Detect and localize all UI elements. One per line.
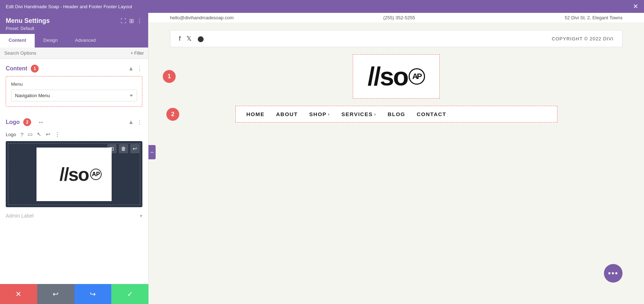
tab-design[interactable]: Design [35, 34, 66, 48]
title-bar: Edit Divi Handmade Soap - Header and Foo… [0, 0, 644, 13]
canvas-logo-slash-text: //so [367, 62, 408, 91]
nav-item-contact[interactable]: CONTACT [417, 111, 447, 117]
canvas-logo-box: //so AP [353, 54, 439, 99]
nav-item-shop[interactable]: SHOP › [309, 111, 330, 117]
logo-edit-icon[interactable]: ⊡ [107, 144, 117, 153]
redo-icon: ↪ [90, 290, 96, 298]
expand-icon[interactable]: ↔ [38, 119, 44, 126]
admin-label-row: Admin Label ▾ [0, 207, 148, 224]
save-button[interactable]: ✓ [111, 284, 148, 304]
admin-label-chevron[interactable]: ▾ [140, 213, 142, 219]
filter-button[interactable]: + Filter [131, 51, 144, 56]
logo-image-box: //so AP ⊡ 🗑 ↩ [6, 141, 142, 207]
logo-svg-text: //so [59, 164, 89, 185]
layout-icon[interactable]: ⊞ [129, 18, 134, 24]
close-button[interactable]: ✕ [633, 3, 638, 10]
panel-body: Content 1 ▲ ⋮ Menu Navigation Menu Prima… [0, 59, 148, 304]
menu-label: Menu [11, 81, 137, 87]
content-more-icon[interactable]: ⋮ [137, 65, 142, 72]
instagram-icon[interactable]: ⬤ [197, 35, 204, 42]
chevron-up-icon[interactable]: ▲ [128, 65, 134, 72]
panel-header: Menu Settings ⛶ ⊞ ⋮ Preset: Default [0, 13, 148, 34]
services-chevron: › [374, 112, 376, 117]
twitter-icon[interactable]: 𝕏 [186, 35, 192, 43]
canvas-logo-ap: AP [409, 68, 425, 85]
help-icon[interactable]: ? [20, 131, 23, 138]
select-icon[interactable]: ↖ [37, 131, 42, 138]
logo-image-inner: //so AP [36, 148, 112, 201]
canvas-nav-box: HOME ABOUT SHOP › SERVICES › BLOG CONTAC… [235, 106, 557, 123]
reset-icon[interactable]: ↩ [46, 131, 50, 138]
social-icons: f 𝕏 ⬤ [179, 35, 204, 43]
logo-controls-row: Logo ? ▭ ↖ ↩ ⋮ [0, 130, 148, 141]
content-section-icons: ▲ ⋮ [128, 65, 142, 72]
menu-select[interactable]: Navigation Menu Primary Menu Footer Menu [11, 90, 137, 101]
address-text: 52 Divi St. 2, Elegant Towns [565, 15, 623, 20]
logo-undo-icon[interactable]: ↩ [130, 144, 140, 153]
nav-area-badge: 2 [166, 108, 179, 121]
panel-header-icons: ⛶ ⊞ ⋮ [121, 18, 142, 24]
shop-chevron: › [328, 112, 330, 117]
logo-ap-badge: AP [90, 169, 102, 180]
nav-item-services[interactable]: SERVICES › [341, 111, 376, 117]
footer-social-bar: f 𝕏 ⬤ COPYRIGHT © 2022 DIVI [170, 30, 623, 47]
panel-title: Menu Settings [6, 17, 50, 25]
admin-label-text: Admin Label [6, 213, 34, 219]
tab-content[interactable]: Content [0, 34, 35, 48]
content-section-header: Content 1 ▲ ⋮ [0, 59, 148, 76]
more-icon[interactable]: ⋮ [137, 18, 142, 24]
content-title-row: Content 1 [6, 65, 39, 73]
mobile-icon[interactable]: ▭ [28, 131, 33, 138]
main-layout: Menu Settings ⛶ ⊞ ⋮ Preset: Default Cont… [0, 13, 644, 304]
content-section-title: Content [6, 65, 27, 72]
logo-title-row: Logo 2 ↔ [6, 118, 44, 126]
redo-button[interactable]: ↪ [74, 284, 112, 304]
undo-icon: ↩ [53, 290, 59, 298]
contact-bar: hello@divihandmadesoap.com (255) 352-525… [148, 13, 644, 23]
copyright-text: COPYRIGHT © 2022 DIVI [552, 36, 614, 41]
logo-badge: 2 [23, 118, 31, 126]
search-bar: + Filter [0, 48, 148, 59]
nav-item-home[interactable]: HOME [247, 111, 265, 117]
logo-section-title: Logo [6, 119, 20, 125]
logo-section-icons: ▲ ⋮ [128, 119, 142, 126]
tabs-row: Content Design Advanced [0, 34, 148, 48]
panel-title-row: Menu Settings ⛶ ⊞ ⋮ [6, 17, 142, 25]
search-input[interactable] [4, 50, 128, 56]
phone-text: (255) 352-5255 [383, 15, 415, 20]
canvas-logo-text: //so AP [367, 62, 425, 91]
tab-advanced[interactable]: Advanced [67, 34, 104, 48]
logo-ctrl-more-icon[interactable]: ⋮ [55, 131, 60, 138]
logo-ctrl-label: Logo [6, 132, 16, 137]
logo-area-badge: 1 [163, 70, 176, 83]
cancel-button[interactable]: ✕ [0, 284, 37, 304]
cancel-icon: ✕ [15, 290, 21, 298]
nav-item-about[interactable]: ABOUT [276, 111, 298, 117]
logo-more-icon[interactable]: ⋮ [137, 119, 142, 126]
logo-chevron-up-icon[interactable]: ▲ [128, 119, 134, 125]
menu-box: Menu Navigation Menu Primary Menu Footer… [6, 76, 142, 107]
left-panel: Menu Settings ⛶ ⊞ ⋮ Preset: Default Cont… [0, 13, 148, 304]
content-badge: 1 [31, 65, 39, 73]
bottom-bar: ✕ ↩ ↪ ✓ [0, 284, 148, 304]
logo-section-header: Logo 2 ↔ ▲ ⋮ [0, 113, 148, 130]
save-icon: ✓ [127, 290, 133, 298]
fullscreen-icon[interactable]: ⛶ [121, 18, 126, 24]
facebook-icon[interactable]: f [179, 35, 181, 43]
canvas-nav-area: 2 HOME ABOUT SHOP › SERVICES › BLOG CONT… [170, 106, 623, 123]
title-bar-text: Edit Divi Handmade Soap - Header and Foo… [6, 4, 132, 9]
floating-dots-button[interactable]: ••• [604, 264, 623, 283]
right-canvas: hello@divihandmadesoap.com (255) 352-525… [148, 13, 644, 304]
resize-handle[interactable]: ↔ [148, 145, 156, 159]
logo-delete-icon[interactable]: 🗑 [119, 144, 128, 153]
email-text: hello@divihandmadesoap.com [170, 15, 234, 20]
nav-item-blog[interactable]: BLOG [387, 111, 405, 117]
undo-button[interactable]: ↩ [37, 284, 74, 304]
logo-overlay-icons: ⊡ 🗑 ↩ [107, 144, 140, 153]
preset-label[interactable]: Preset: Default [6, 26, 142, 31]
canvas-logo-area: 1 //so AP [170, 54, 623, 99]
